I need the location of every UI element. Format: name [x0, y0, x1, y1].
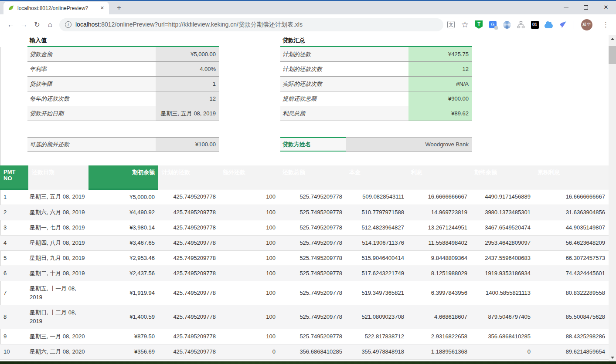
- table-cell: 425.7495209778: [158, 344, 219, 359]
- table-cell: 355.4978848918: [346, 344, 408, 359]
- table-cell: 80.8322289558: [534, 281, 609, 305]
- table-cell: 3980.1373485301: [471, 205, 534, 220]
- column-header: 累积利息: [534, 165, 609, 189]
- column-header: PMT NO: [0, 165, 28, 189]
- table-row: 计划的还款¥425.75: [280, 47, 472, 62]
- lender-value: Woodgrove Bank: [346, 137, 472, 152]
- table-cell: 519.3497365821: [346, 281, 408, 305]
- bookmark-star-icon[interactable]: ☆: [461, 20, 469, 29]
- address-bar[interactable]: i localhost:8012/onlinePreview?url=http:…: [59, 18, 443, 31]
- back-button[interactable]: ←: [4, 18, 17, 31]
- amortization-header-row: PMT NO还款日期期初余额计划的还款额外还款还款总额本金利息期终余额累积利息: [0, 165, 609, 189]
- toolbar-divider: [574, 21, 574, 29]
- table-cell: 425.7495209778: [158, 205, 219, 220]
- new-tab-button[interactable]: +: [113, 2, 125, 13]
- table-cell: 85.5008475628: [534, 305, 609, 329]
- table-cell: 425.7495209778: [158, 266, 219, 281]
- bird-extension-icon[interactable]: [558, 20, 567, 29]
- row-label: 提前还款总额: [280, 91, 408, 106]
- table-row: 6星期二, 十月 08, 2019¥2,437.56425.7495209778…: [0, 266, 609, 281]
- row-label: 计划的还款: [280, 47, 408, 61]
- table-cell: 356.6868410285: [279, 344, 346, 359]
- tab-close-icon[interactable]: ✕: [99, 5, 105, 11]
- scrollbar-down-icon[interactable]: [609, 354, 616, 361]
- table-cell: 星期二, 十月 08, 2019: [28, 266, 88, 281]
- table-cell: 1.1889561368: [408, 344, 471, 359]
- table-row: 4星期四, 八月 08, 2019¥3,467.65425.7495209778…: [0, 235, 609, 250]
- browser-window: localhost:8012/onlinePreview? ✕ + ✕ ← → …: [0, 0, 616, 364]
- scrollbar-up-icon[interactable]: [609, 35, 616, 43]
- row-value: ¥5,000.00: [156, 47, 219, 61]
- table-cell: 525.7495209778: [279, 250, 346, 266]
- table-row: 5星期日, 九月 08, 2019¥2,953.46425.7495209778…: [0, 250, 609, 266]
- home-button[interactable]: ⌂: [44, 18, 57, 31]
- table-cell: 515.9046400414: [346, 250, 408, 266]
- scrollbar-thumb[interactable]: [609, 46, 616, 64]
- swirl-extension-icon[interactable]: [503, 20, 511, 29]
- table-cell: 14.969723819: [408, 205, 471, 220]
- 01-badge-extension-icon[interactable]: 01: [531, 20, 539, 29]
- maximize-button[interactable]: [576, 0, 596, 14]
- table-row: 计划的还款次数12: [280, 62, 472, 77]
- table-cell: 星期三, 一月 08, 2020: [28, 329, 88, 344]
- table-cell: 425.7495209778: [158, 281, 219, 305]
- leaf-favicon-icon: [7, 5, 14, 12]
- close-button[interactable]: ✕: [596, 0, 616, 14]
- column-header: 还款日期: [28, 165, 88, 189]
- table-cell: ¥1,919.94: [88, 281, 158, 305]
- table-cell: 100: [219, 250, 279, 266]
- table-cell: 星期一, 七月 08, 2019: [28, 220, 88, 235]
- table-cell: 星期六, 六月 08, 2019: [28, 205, 88, 220]
- amortization-table: PMT NO还款日期期初余额计划的还款额外还款还款总额本金利息期终余额累积利息 …: [0, 165, 609, 360]
- row-value: 12: [156, 91, 219, 106]
- translate-extension-icon[interactable]: G: [489, 20, 497, 29]
- table-cell: 4: [0, 235, 28, 250]
- page-info-icon[interactable]: i: [65, 21, 71, 28]
- google-translate-page-icon[interactable]: 文: [447, 20, 455, 29]
- table-cell: 1400.5855821113: [471, 281, 534, 305]
- table-row: 每年的还款次数12: [27, 91, 219, 106]
- sitemap-extension-icon[interactable]: [517, 20, 525, 29]
- forward-button[interactable]: →: [17, 18, 31, 31]
- table-cell: 425.7495209778: [158, 250, 219, 266]
- url-text[interactable]: localhost:8012/onlinePreview?url=http://…: [75, 21, 303, 29]
- vertical-scrollbar[interactable]: [609, 35, 616, 361]
- table-cell: 510.7797971588: [346, 205, 408, 220]
- table-cell: 5: [0, 250, 28, 266]
- table-cell: 525.7495209778: [279, 305, 346, 329]
- cloud-extension-icon[interactable]: [545, 20, 553, 29]
- table-cell: 100: [219, 305, 279, 329]
- table-cell: 16.6666666667: [534, 189, 609, 205]
- table-cell: ¥3,980.14: [88, 220, 158, 235]
- tampermonkey-shield-icon[interactable]: T: [475, 20, 483, 29]
- table-cell: 525.7495209778: [279, 266, 346, 281]
- row-value: ¥900.00: [408, 91, 472, 106]
- table-cell: 356.6868410285: [471, 329, 534, 344]
- table-cell: 522.817838712: [346, 329, 408, 344]
- minimize-button[interactable]: [556, 0, 576, 14]
- extra-payment-row: 可选的额外还款 ¥100.00: [27, 137, 219, 152]
- menu-kebab-icon[interactable]: ⋮: [598, 21, 612, 29]
- profile-avatar[interactable]: 精华: [581, 19, 592, 30]
- table-cell: 100: [219, 220, 279, 235]
- column-header: 额外还款: [219, 165, 279, 189]
- reload-button[interactable]: ↻: [31, 18, 44, 31]
- titlebar[interactable]: localhost:8012/onlinePreview? ✕ + ✕: [0, 1, 616, 14]
- table-row: 1星期三, 五月 08, 2019¥5,000.00425.7495209778…: [0, 189, 609, 205]
- summary-section-title: 贷款汇总: [282, 37, 305, 44]
- table-cell: 3: [0, 220, 28, 235]
- table-cell: ¥4,490.92: [88, 205, 158, 220]
- table-cell: 10: [0, 344, 28, 359]
- lender-label: 贷款方姓名: [280, 137, 346, 152]
- table-cell: 13.2671244951: [408, 220, 471, 235]
- table-cell: 2: [0, 205, 28, 220]
- table-cell: 星期四, 八月 08, 2019: [28, 235, 88, 250]
- row-label: 实际的还款次数: [280, 77, 408, 91]
- table-row: 贷款开始日期星期三, 五月 08, 2019: [27, 106, 219, 121]
- table-cell: 16.6666666667: [408, 189, 471, 205]
- table-cell: 2437.5596408683: [471, 250, 534, 266]
- browser-tab[interactable]: localhost:8012/onlinePreview? ✕: [3, 2, 109, 14]
- row-label: 年利率: [27, 62, 156, 76]
- summary-table: 计划的还款¥425.75计划的还款次数12实际的还款次数#N/A提前还款总额¥9…: [280, 47, 472, 121]
- table-cell: 74.4324445601: [534, 266, 609, 281]
